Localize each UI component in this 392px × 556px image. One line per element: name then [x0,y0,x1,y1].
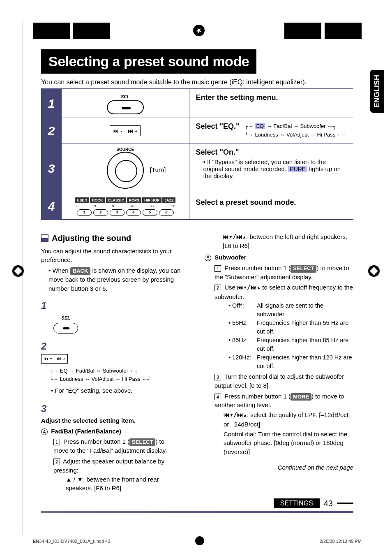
pure-badge: PURE [288,166,307,172]
language-tab: ENGLISH [370,70,384,113]
step-row-2: 2 ⏮ ▾ ⏭ ▴ Select "EQ." ┌→ EQ ↔ Fad/Bal ↔… [41,118,353,144]
section-title-adjusting: Adjusting the sound [41,232,192,244]
eq-preset: HIP HOP [142,197,161,203]
content-columns: Adjusting the sound You can adjust the s… [41,232,353,493]
eq-preset: USER [75,197,89,203]
step-note: If "Bypass" is selected, you can listen … [203,158,347,179]
menu-flow-diagram: ┌→ EQ ↔ Fad/Bal ↔ Subwoofer ←┐ └→ Loudne… [244,122,346,139]
settings-label: SETTINGS [274,498,320,508]
step-title: Select a preset sound mode. [196,198,296,206]
step-description: Select "On." If "Bypass" is selected, yo… [189,144,353,194]
freq-desc: Frequencies higher than 85 Hz are cut of… [257,336,353,353]
step-image: SOURCE [Turn] [62,144,189,194]
footer-dash [337,503,353,504]
num-button: 1 [77,209,92,216]
eq-preset: JAZZ [162,197,176,203]
step-description: Select "EQ." ┌→ EQ ↔ Fad/Bal ↔ Subwoofer… [189,118,353,144]
eq-preset: ROCK [90,197,105,203]
step-image: USER ROCK CLASSIC POPS HIP HOP JAZZ 7 8 … [62,194,189,220]
freq-label: 85Hz: [232,336,257,353]
sel-label: SEL [61,315,70,322]
boxed-1: 1 [214,265,221,272]
control-dial-note: Control dial: Turn the control dial to s… [214,430,353,456]
sel-label: SEL [121,94,129,99]
num-button: 6 [159,209,174,216]
preset-num: 12 [171,204,175,208]
steps-table: 1 SEL Enter the setting menu. 2 ⏮ ▾ ⏭ ▴ … [41,88,353,220]
step3-title: Adjust the selected setting item. [41,416,181,425]
freq-row: • Off*:All signals are sent to the subwo… [202,301,353,319]
circled-b: B [205,255,211,261]
freq-desc: Frequencies higher than 55 Hz are cut of… [257,319,353,336]
select-pill: SELECT [291,265,316,273]
eq-note: For "EQ" setting, see above. [51,386,181,395]
step-description: Select a preset sound mode. [189,194,353,220]
freq-label: Off*: [232,301,257,319]
right-column: ⏮▾/⏭▴: between the left and right speake… [202,232,353,493]
freq-row: • 120Hz:Frequencies higher than 120 Hz a… [202,353,353,371]
menu-item: Loudness [255,132,278,138]
menu-item: VolAdjust [91,376,113,382]
preset-num: 8 [94,204,96,208]
num-button: 3 [110,209,125,216]
eq-preset: CLASSIC [106,197,127,203]
step-row-4: 4 USER ROCK CLASSIC POPS HIP HOP JAZZ 7 … [41,194,353,220]
page-footer: SETTINGS 43 [41,498,353,515]
menu-item: Fad/Bal [76,368,95,374]
text: Press number button 1 ( [224,264,291,271]
menu-item: Subwoofer [103,368,128,374]
file-name: EN34-43_KD-DV7402_001A_f.indd 43 [33,539,110,544]
step-1-num: 1 [41,299,51,313]
text: When [52,267,70,274]
continued-text: Continued on the next page [202,463,353,472]
step-number: 4 [41,194,62,220]
intro-text: You can select a preset sound mode suita… [41,79,353,86]
menu-item: Hi Pass [317,132,336,138]
menu-item: Fad/Bal [273,123,292,129]
step-image: SEL [62,89,189,118]
more-pill: MORE [291,393,311,401]
circled-a: A [41,429,48,435]
menu-item: Loudness [60,376,83,382]
preset-num: 10 [130,204,134,208]
text: Press number button 1 ( [63,438,129,445]
nav-left-right-icon: ⏮▾/⏭▴ [224,411,247,419]
freq-desc: All signals are sent to the subwoofer. [257,301,353,319]
boxed-2: 2 [53,459,60,465]
nav-left-right-icon: ⏮▾/⏭▴ [223,233,246,241]
boxed-4: 4 [214,394,221,400]
eq-preset-row: USER ROCK CLASSIC POPS HIP HOP JAZZ [65,197,186,203]
adjusting-intro: You can adjust the sound characteristics… [41,247,192,265]
fadbal-label: Fad/Bal (Fader/Balance) [51,428,121,435]
eq-preset: POPS [127,197,141,203]
sel-button-icon [53,323,78,334]
preset-num: 7 [76,204,78,208]
boxed-2: 2 [214,285,221,291]
menu-item: VolAdjust [286,132,309,138]
control-dial-icon [107,152,144,189]
text: Press number button 1 ( [224,393,291,400]
freq-row: • 55Hz:Frequencies higher than 55 Hz are… [202,319,353,336]
menu-item: EQ [60,368,68,374]
sel-button-icon [107,100,144,114]
menu-item: Hi Pass [122,376,141,382]
step-title: Enter the setting menu. [196,93,278,102]
back-pill: BACK [70,267,91,275]
menu-item-eq: EQ [255,123,265,129]
freq-row: • 85Hz:Frequencies higher than 85 Hz are… [202,336,353,353]
subwoofer-label: Subwoofer [214,254,247,261]
step-3-num: 3 [41,402,51,416]
left-column: Adjusting the sound You can adjust the s… [41,232,192,493]
vertical-margin-line [23,21,23,535]
step-number: 1 [41,89,62,118]
page-number: 43 [324,499,333,508]
num-button: 5 [143,209,157,216]
page-title: Selecting a preset sound mode [41,49,256,74]
freq-label: 55Hz: [232,319,257,336]
step-row-3: 3 SOURCE [Turn] Select "On." If "Bypass"… [41,144,353,194]
nav-left-right-icon: ⏮▾/⏭▴ [237,284,261,291]
arrow-keys-icon: ⏮ ▾ ⏭ ▴ [110,125,141,136]
step-image: ⏮ ▾ ⏭ ▴ [62,118,189,144]
arrow-keys-small-icon: ⏮ ▾ ⏭ ▴ [41,354,68,364]
number-buttons-row: 1 2 3 4 5 6 [65,209,186,216]
